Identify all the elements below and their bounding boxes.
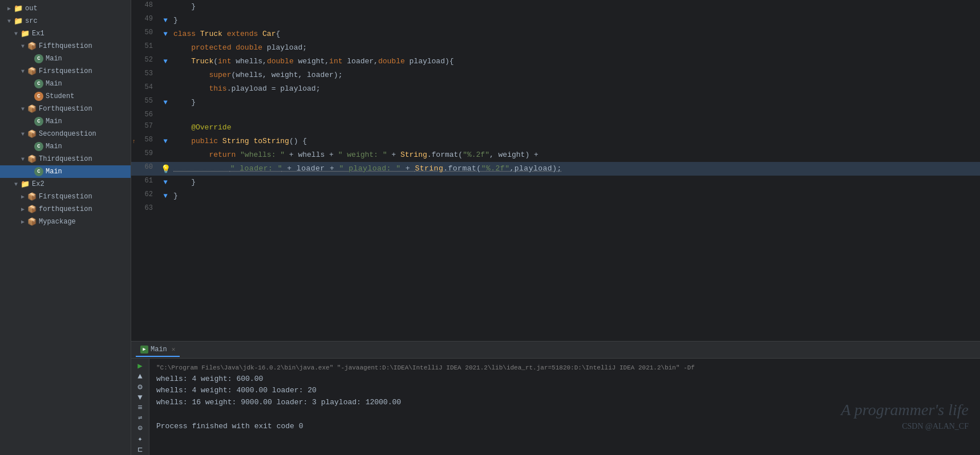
run-toolbar: ▶ ▲ ⚙ ▼ ≡ ⇌ ⊙ ✦ ⊏ 🗑 xyxy=(131,359,149,455)
line-code-54: this.playload = playload; xyxy=(171,82,980,96)
sidebar-item-ex2[interactable]: ▼ 📁 Ex2 xyxy=(0,178,131,190)
line-code-55: } xyxy=(171,96,980,109)
line-code-62: } xyxy=(171,189,980,203)
code-line-51: 51 protected double playload; xyxy=(131,41,980,55)
camera-button[interactable]: ⊙ xyxy=(133,423,147,433)
sidebar-item-main-fifth[interactable]: ▶ C Main xyxy=(0,52,131,65)
line-num-57: 57 xyxy=(131,121,160,135)
sidebar-item-firstquestion[interactable]: ▼ 📦 Firstquestion xyxy=(0,65,131,78)
fold-icon-61[interactable]: ▼ xyxy=(161,178,170,187)
file-icon-student: C xyxy=(34,92,43,101)
output-line-3: whells: 16 weight: 9000.00 loader: 3 pla… xyxy=(156,397,973,409)
folder-icon-thirdq: 📦 xyxy=(27,155,37,164)
gutter-63 xyxy=(160,203,171,214)
fold-icon-62[interactable]: ▼ xyxy=(161,192,170,201)
gutter-56 xyxy=(160,109,171,121)
code-line-52: 52 ▼ Truck(int whells,double weight,int … xyxy=(131,55,980,68)
sidebar-label-main-second: Main xyxy=(46,143,62,151)
sidebar-item-main-second[interactable]: ▶ C Main xyxy=(0,140,131,153)
fold-icon-49[interactable]: ▼ xyxy=(161,16,170,25)
line-code-63 xyxy=(171,203,980,214)
line-num-52: 52 xyxy=(131,55,160,68)
sidebar-item-fifthquestion[interactable]: ▼ 📦 Fifthquestion xyxy=(0,40,131,52)
sidebar-item-student[interactable]: ▶ C Student xyxy=(0,90,131,103)
sidebar-label-fifthq: Fifthquestion xyxy=(39,42,92,50)
arrow-forthq: ▼ xyxy=(18,104,27,113)
folder-icon-ex1: 📁 xyxy=(21,29,30,38)
gutter-61: ▼ xyxy=(160,176,171,189)
folder-icon-forthq2: 📦 xyxy=(27,205,37,214)
line-num-61: 61 xyxy=(131,176,160,189)
sidebar-item-src[interactable]: ▼ 📁 src xyxy=(0,15,131,27)
folder-icon-secondq: 📦 xyxy=(27,129,37,139)
exit-button[interactable]: ⊏ xyxy=(133,445,147,454)
sidebar-label-ex2: Ex2 xyxy=(32,180,44,188)
sidebar-item-forthquestion2[interactable]: ▶ 📦 forthquestion xyxy=(0,203,131,216)
gutter-51 xyxy=(160,41,171,55)
sidebar-item-forthquestion[interactable]: ▼ 📦 Forthquestion xyxy=(0,103,131,115)
gutter-55: ▼ xyxy=(160,96,171,109)
gutter-60: 💡 xyxy=(160,162,171,176)
arrow-firstq: ▼ xyxy=(18,67,27,76)
code-line-59: 59 return "whells: " + whells + " weight… xyxy=(131,148,980,162)
gutter-52: ▼ xyxy=(160,55,171,68)
sidebar-item-firstquestion2[interactable]: ▶ 📦 Firstquestion xyxy=(0,190,131,203)
sidebar-label-main-first: Main xyxy=(46,80,62,88)
code-editor[interactable]: 48 } 49 ▼ } 50 ▼ class Truck extends Car… xyxy=(131,0,980,341)
hint-bulb-60[interactable]: 💡 xyxy=(161,164,171,174)
line-code-52: Truck(int whells,double weight,int loade… xyxy=(171,55,980,68)
rerun-button[interactable]: ⇌ xyxy=(133,413,147,422)
sidebar-item-main-forth[interactable]: ▶ C Main xyxy=(0,115,131,128)
run-panel: ▶ Main ✕ ▶ ▲ ⚙ ▼ ≡ ⇌ ⊙ ✦ ⊏ 🗑 xyxy=(131,341,980,455)
run-tab-main[interactable]: ▶ Main ✕ xyxy=(136,343,180,357)
run-output: "C:\Program Files\Java\jdk-16.0.2\bin\ja… xyxy=(149,359,980,455)
sidebar-label-firstq2: Firstquestion xyxy=(39,193,92,201)
fold-icon-52[interactable]: ▼ xyxy=(161,57,170,66)
line-num-56: 56 xyxy=(131,109,160,121)
arrow-out: ▶ xyxy=(5,4,14,13)
fold-icon-50[interactable]: ▼ xyxy=(161,30,170,39)
line-code-50: class Truck extends Car{ xyxy=(171,27,980,41)
output-line-1: whells: 4 weight: 600.00 xyxy=(156,373,973,385)
line-code-58: public String toString() { xyxy=(171,135,980,148)
settings-button[interactable]: ⚙ xyxy=(133,382,147,392)
fold-icon-55[interactable]: ▼ xyxy=(161,98,170,107)
scroll-down-button[interactable]: ▼ xyxy=(133,393,147,402)
arrow-firstq2: ▶ xyxy=(18,192,27,201)
sidebar-label-secondq: Secondquestion xyxy=(39,130,96,138)
star-button[interactable]: ✦ xyxy=(133,434,147,444)
list-button[interactable]: ≡ xyxy=(133,403,147,412)
sidebar-label-thirdq: Thirdquestion xyxy=(39,155,92,163)
line-num-48: 48 xyxy=(131,0,160,14)
sidebar-item-main-third[interactable]: ▶ C Main xyxy=(0,165,131,178)
sidebar-label-src: src xyxy=(25,17,38,25)
line-code-51: protected double playload; xyxy=(171,41,980,55)
run-button[interactable]: ▶ xyxy=(133,361,147,371)
sidebar-item-out[interactable]: ▶ 📁 out xyxy=(0,2,131,15)
folder-icon-forthq: 📦 xyxy=(27,104,37,113)
file-icon-main-third: C xyxy=(34,167,43,176)
sidebar-item-thirdquestion[interactable]: ▼ 📦 Thirdquestion xyxy=(0,153,131,165)
line-num-54: 54 xyxy=(131,82,160,96)
code-line-55: 55 ▼ } xyxy=(131,96,980,109)
run-tab-close[interactable]: ✕ xyxy=(172,346,176,353)
line-num-62: 62 xyxy=(131,189,160,203)
sidebar-item-main-first[interactable]: ▶ C Main xyxy=(0,78,131,90)
sidebar-item-mypackage[interactable]: ▶ 📦 Mypackage xyxy=(0,216,131,228)
debug-arrow-58: ↑ xyxy=(132,139,136,145)
arrow-ex2: ▼ xyxy=(11,180,21,189)
sidebar-item-ex1[interactable]: ▼ 📁 Ex1 xyxy=(0,27,131,40)
file-icon-main-forth: C xyxy=(34,117,43,126)
line-code-49: } xyxy=(171,14,980,27)
output-line-4 xyxy=(156,409,973,421)
gutter-50: ▼ xyxy=(160,27,171,41)
scroll-up-button[interactable]: ▲ xyxy=(133,372,147,381)
folder-icon-out: 📁 xyxy=(14,4,23,13)
run-header: ▶ Main ✕ xyxy=(131,342,980,359)
gutter-49: ▼ xyxy=(160,14,171,27)
arrow-fifthq: ▼ xyxy=(18,42,27,51)
line-num-60: 60 xyxy=(131,162,160,176)
gutter-54 xyxy=(160,82,171,96)
fold-icon-58[interactable]: ▼ xyxy=(161,137,170,146)
sidebar-item-secondquestion[interactable]: ▼ 📦 Secondquestion xyxy=(0,128,131,140)
